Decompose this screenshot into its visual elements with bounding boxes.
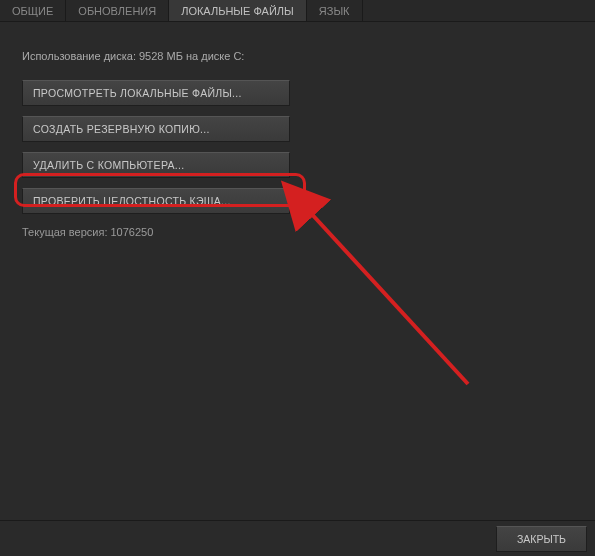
tabs-bar: ОБЩИЕ ОБНОВЛЕНИЯ ЛОКАЛЬНЫЕ ФАЙЛЫ ЯЗЫК <box>0 0 595 22</box>
disk-usage-text: Использование диска: 9528 МБ на диске C: <box>22 50 573 62</box>
close-button[interactable]: ЗАКРЫТЬ <box>496 526 587 552</box>
footer-bar: ЗАКРЫТЬ <box>0 520 595 556</box>
version-text: Текущая версия: 1076250 <box>22 226 573 238</box>
verify-cache-integrity-button[interactable]: ПРОВЕРИТЬ ЦЕЛОСТНОСТЬ КЭША... <box>22 188 290 214</box>
delete-local-content-button[interactable]: УДАЛИТЬ С КОМПЬЮТЕРА... <box>22 152 290 178</box>
tab-local-files[interactable]: ЛОКАЛЬНЫЕ ФАЙЛЫ <box>169 0 307 21</box>
tab-updates[interactable]: ОБНОВЛЕНИЯ <box>66 0 169 21</box>
backup-game-button[interactable]: СОЗДАТЬ РЕЗЕРВНУЮ КОПИЮ... <box>22 116 290 142</box>
browse-local-files-button[interactable]: ПРОСМОТРЕТЬ ЛОКАЛЬНЫЕ ФАЙЛЫ... <box>22 80 290 106</box>
content-area: Использование диска: 9528 МБ на диске C:… <box>0 22 595 266</box>
tab-language[interactable]: ЯЗЫК <box>307 0 363 21</box>
tab-general[interactable]: ОБЩИЕ <box>0 0 66 21</box>
